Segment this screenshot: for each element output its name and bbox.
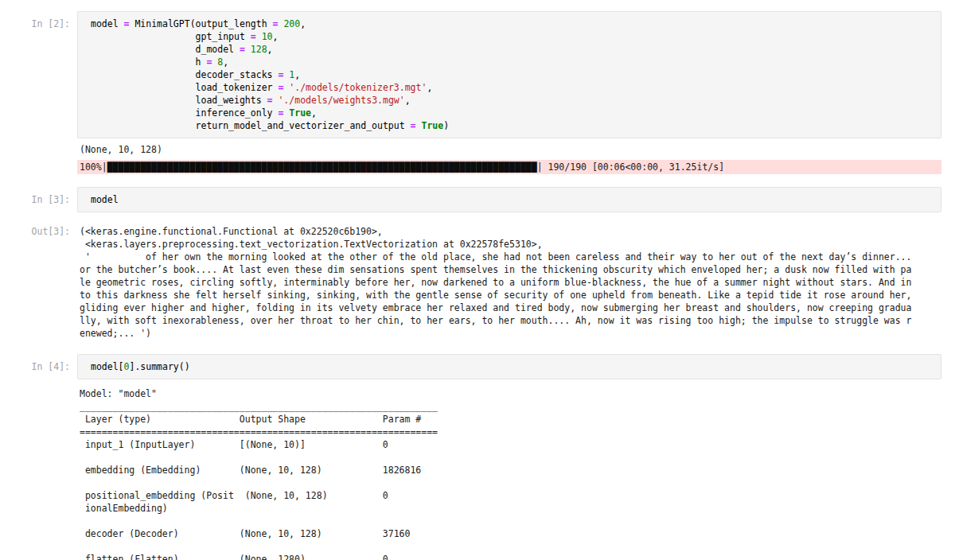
code-in2[interactable]: model = MinimalGPT(output_length = 200, … — [91, 18, 937, 132]
code-editor-3[interactable]: model — [77, 187, 941, 212]
input-prompt-4: In [4]: — [0, 354, 77, 373]
code-editor-4[interactable]: model[0].summary() — [77, 354, 941, 379]
code-editor-2[interactable]: model = MinimalGPT(output_length = 200, … — [77, 11, 941, 138]
stdout-shape-text: (None, 10, 128) — [77, 143, 941, 156]
input-prompt-2: In [2]: — [0, 11, 77, 30]
cell-in2: In [2]: model = MinimalGPT(output_length… — [0, 11, 955, 138]
progress-percent-label: 100%| — [80, 161, 107, 173]
output-col-2: (None, 10, 128) 100%|███████████████████… — [77, 143, 941, 174]
code-in4[interactable]: model[0].summary() — [91, 360, 937, 373]
progress-stats-label: | 190/190 [00:06<00:00, 31.25it/s] — [537, 161, 724, 173]
tqdm-progress-bar: 100%|███████████████████████████████████… — [77, 160, 941, 174]
notebook: In [2]: model = MinimalGPT(output_length… — [0, 0, 955, 560]
cell-in4: In [4]: model[0].summary() — [0, 354, 955, 379]
output-col-3: (<keras.engine.functional.Functional at … — [77, 225, 941, 340]
cell-in3: In [3]: model — [0, 187, 955, 212]
output-area-4: Model: "model" _________________________… — [0, 387, 955, 560]
output-area-2: (None, 10, 128) 100%|███████████████████… — [0, 143, 955, 174]
output-prompt-3: Out[3]: — [0, 225, 77, 238]
output-area-3: Out[3]: (<keras.engine.functional.Functi… — [0, 225, 955, 340]
out3-repr-text: (<keras.engine.functional.Functional at … — [77, 225, 941, 340]
model-summary-table: Model: "model" _________________________… — [77, 387, 941, 560]
code-in3[interactable]: model — [91, 193, 937, 206]
input-prompt-3: In [3]: — [0, 187, 77, 206]
output-col-4: Model: "model" _________________________… — [77, 387, 941, 560]
progress-blocks: ████████████████████████████████████████… — [107, 161, 537, 173]
